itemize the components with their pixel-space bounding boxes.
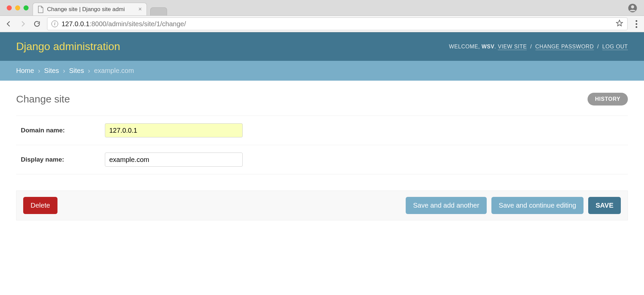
site-branding[interactable]: Django administration	[16, 40, 120, 53]
window-controls	[4, 0, 33, 15]
domain-name-input[interactable]	[105, 123, 243, 137]
admin-header: Django administration WELCOME, WSV. VIEW…	[0, 32, 644, 61]
username: WSV	[482, 44, 494, 49]
form-row-domain: Domain name:	[16, 116, 628, 145]
svg-point-1	[631, 5, 634, 8]
address-bar[interactable]: i 127.0.0.1:8000/admin/sites/site/1/chan…	[47, 17, 628, 30]
welcome-suffix: .	[494, 44, 498, 49]
save-button[interactable]: SAVE	[588, 197, 621, 214]
content: Change site HISTORY Domain name: Display…	[0, 81, 644, 233]
display-name-input[interactable]	[105, 153, 243, 167]
tab-title: Change site | Django site admi	[47, 6, 125, 13]
site-info-icon[interactable]: i	[51, 20, 58, 27]
display-name-label: Display name:	[21, 156, 105, 163]
page-title: Change site	[16, 93, 70, 105]
separator: /	[530, 44, 532, 49]
logout-link[interactable]: LOG OUT	[602, 44, 628, 50]
submit-row: Delete Save and add another Save and con…	[16, 191, 628, 220]
url-host: 127.0.0.1	[62, 20, 89, 28]
breadcrumb: Home › Sites › Sites › example.com	[0, 61, 644, 81]
url-text: 127.0.0.1:8000/admin/sites/site/1/change…	[62, 20, 186, 28]
new-tab-button[interactable]	[150, 7, 167, 15]
delete-button[interactable]: Delete	[23, 197, 57, 214]
history-button[interactable]: HISTORY	[588, 93, 628, 106]
breadcrumb-app[interactable]: Sites	[44, 67, 59, 74]
reload-button[interactable]	[33, 20, 41, 28]
breadcrumb-home[interactable]: Home	[16, 67, 34, 74]
change-password-link[interactable]: CHANGE PASSWORD	[535, 44, 594, 50]
breadcrumb-model[interactable]: Sites	[69, 67, 84, 74]
minimize-window-button[interactable]	[15, 5, 20, 10]
chevron-icon: ›	[63, 67, 65, 74]
url-path: :8000/admin/sites/site/1/change/	[89, 20, 186, 28]
bookmark-icon[interactable]	[616, 19, 623, 29]
back-button[interactable]	[5, 20, 13, 28]
close-window-button[interactable]	[7, 5, 12, 10]
browser-tab[interactable]: Change site | Django site admi ×	[33, 3, 147, 15]
view-site-link[interactable]: VIEW SITE	[498, 44, 527, 50]
domain-name-label: Domain name:	[21, 127, 105, 134]
browser-chrome: Change site | Django site admi × i 127.0…	[0, 0, 644, 32]
welcome-text: WELCOME,	[449, 44, 482, 49]
separator: /	[597, 44, 599, 49]
browser-toolbar: i 127.0.0.1:8000/admin/sites/site/1/chan…	[0, 15, 644, 32]
fieldset: Domain name: Display name:	[16, 116, 628, 174]
chevron-icon: ›	[38, 67, 40, 74]
maximize-window-button[interactable]	[24, 5, 29, 10]
profile-icon[interactable]	[628, 3, 637, 13]
tab-row: Change site | Django site admi ×	[0, 0, 644, 15]
chevron-icon: ›	[88, 67, 90, 74]
breadcrumb-current: example.com	[94, 67, 134, 74]
user-tools: WELCOME, WSV. VIEW SITE / CHANGE PASSWOR…	[449, 44, 628, 50]
form-row-display: Display name:	[16, 145, 628, 174]
save-continue-button[interactable]: Save and continue editing	[491, 197, 583, 214]
close-tab-icon[interactable]: ×	[138, 6, 142, 13]
forward-button[interactable]	[19, 20, 27, 28]
page-icon	[38, 6, 44, 13]
save-add-another-button[interactable]: Save and add another	[406, 197, 487, 214]
content-header: Change site HISTORY	[16, 93, 628, 106]
browser-menu-icon[interactable]	[634, 20, 639, 28]
